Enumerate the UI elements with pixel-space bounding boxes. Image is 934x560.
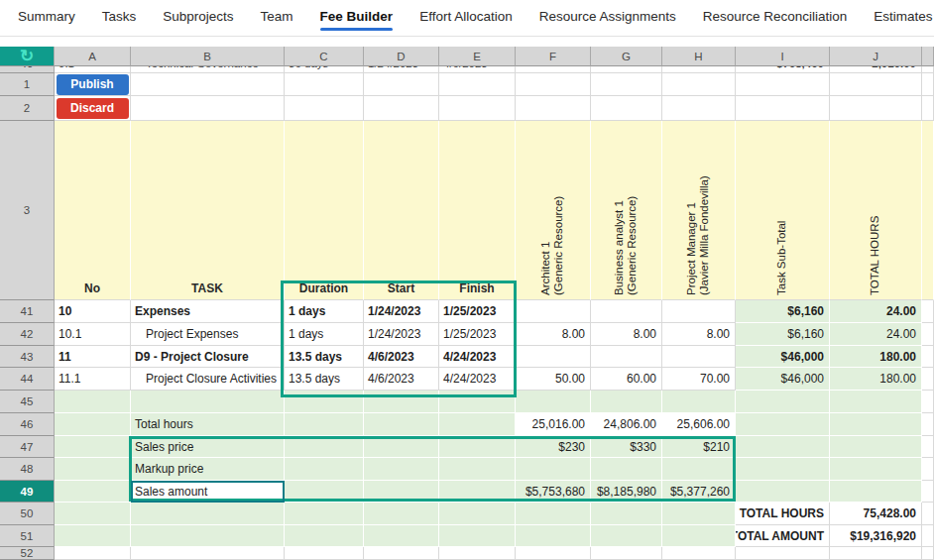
cell-K43[interactable] (922, 346, 934, 368)
cell-F49[interactable]: $5,753,680 (516, 481, 591, 503)
cell-F1[interactable] (516, 73, 591, 96)
cell-K51[interactable] (922, 525, 934, 547)
cell-J3[interactable]: TOTAL HOURS (830, 121, 922, 300)
cell-A41[interactable]: 10 (55, 300, 131, 323)
cell-K46[interactable] (922, 413, 934, 436)
cell-G40[interactable] (591, 66, 662, 73)
cell-H44[interactable]: 70.00 (662, 368, 736, 391)
cell-I52[interactable] (736, 547, 830, 560)
cell-I45[interactable] (736, 391, 830, 413)
cell-G52[interactable] (591, 547, 662, 560)
cell-B43[interactable]: D9 - Project Closure (131, 346, 285, 368)
cell-I46[interactable] (736, 413, 830, 436)
cell-I2[interactable] (736, 96, 830, 121)
row-header-52[interactable]: 52 (0, 547, 55, 560)
cell-H46[interactable]: 25,606.00 (662, 413, 736, 436)
cell-K41[interactable] (922, 300, 934, 323)
cell-C1[interactable] (285, 73, 364, 96)
cell-E40[interactable]: 4/6/2023 (439, 66, 516, 73)
cell-G1[interactable] (591, 73, 662, 96)
col-header-I[interactable]: I (736, 47, 830, 66)
cell-I3[interactable]: Task Sub-Total (736, 121, 830, 300)
cell-E42[interactable]: 1/25/2023 (439, 323, 516, 346)
cell-G51[interactable] (591, 525, 662, 547)
discard-button[interactable]: Discard (57, 98, 129, 119)
row-header-42[interactable]: 42 (0, 323, 55, 346)
cell-E51[interactable] (439, 525, 516, 547)
cell-A45[interactable] (55, 391, 131, 413)
cell-G49[interactable]: $8,185,980 (591, 481, 662, 503)
cell-D47[interactable] (364, 436, 439, 458)
cell-H48[interactable] (662, 458, 736, 481)
publish-button[interactable]: Publish (57, 74, 129, 95)
row-header-48[interactable]: 48 (0, 458, 55, 481)
col-header-F[interactable]: F (516, 47, 591, 66)
cell-F46[interactable]: 25,016.00 (516, 413, 591, 436)
cell-J46[interactable] (830, 413, 922, 436)
cell-D1[interactable] (364, 73, 439, 96)
cell-I48[interactable] (736, 458, 830, 481)
cell-E50[interactable] (439, 503, 516, 525)
row-header-1[interactable]: 1 (0, 73, 55, 96)
cell-F47[interactable]: $230 (516, 436, 591, 458)
col-header-J[interactable]: J (830, 47, 922, 66)
cell-I49[interactable] (736, 481, 830, 503)
cell-C49[interactable] (285, 481, 364, 503)
cell-I43[interactable]: $46,000 (736, 346, 830, 368)
cell-E1[interactable] (439, 73, 516, 96)
cell-E43[interactable]: 4/24/2023 (439, 346, 516, 368)
tab-resource-assignments[interactable]: Resource Assignments (539, 9, 676, 33)
cell-K44[interactable] (922, 368, 934, 391)
col-header-B[interactable]: B (131, 47, 285, 66)
tab-estimates[interactable]: Estimates (874, 9, 932, 33)
cell-E44[interactable]: 4/24/2023 (439, 368, 516, 391)
cell-I50[interactable]: TOTAL HOURS (736, 503, 830, 525)
cell-A3[interactable]: No (55, 121, 131, 300)
cell-C46[interactable] (285, 413, 364, 436)
cell-J2[interactable] (830, 96, 922, 121)
cell-E2[interactable] (439, 96, 516, 121)
col-header-clipped[interactable] (922, 47, 934, 66)
cell-D42[interactable]: 1/24/2023 (364, 323, 439, 346)
cell-D40[interactable]: 1/24/2023 (364, 66, 439, 73)
row-header-50[interactable]: 50 (0, 503, 55, 525)
cell-H2[interactable] (662, 96, 736, 121)
cell-B49[interactable]: Sales amount (131, 481, 285, 503)
cell-K40[interactable] (922, 66, 934, 73)
cell-C3[interactable]: Duration (285, 121, 364, 300)
cell-B42[interactable]: Project Expenses (131, 323, 285, 346)
cell-F2[interactable] (516, 96, 591, 121)
row-header-44[interactable]: 44 (0, 368, 55, 391)
cell-I44[interactable]: $46,000 (736, 368, 830, 391)
cell-K50[interactable] (922, 503, 934, 525)
cell-G46[interactable]: 24,806.00 (591, 413, 662, 436)
cell-K1[interactable] (922, 73, 934, 96)
cell-G43[interactable] (591, 346, 662, 368)
cell-H50[interactable] (662, 503, 736, 525)
row-header-49[interactable]: 49 (0, 481, 55, 503)
col-header-C[interactable]: C (285, 47, 364, 66)
cell-I42[interactable]: $6,160 (736, 323, 830, 346)
cell-K42[interactable] (922, 323, 934, 346)
cell-B1[interactable] (131, 73, 285, 96)
cell-A48[interactable] (55, 458, 131, 481)
cell-K3[interactable] (922, 121, 934, 300)
cell-D3[interactable]: Start (364, 121, 439, 300)
cell-E48[interactable] (439, 458, 516, 481)
cell-E3[interactable]: Finish (439, 121, 516, 300)
cell-B3[interactable]: TASK (131, 121, 285, 300)
row-header-45[interactable]: 45 (0, 391, 55, 413)
tab-subprojects[interactable]: Subprojects (163, 9, 233, 33)
tab-summary[interactable]: Summary (18, 9, 75, 33)
cell-K47[interactable] (922, 436, 934, 458)
cell-F51[interactable] (516, 525, 591, 547)
cell-C52[interactable] (285, 547, 364, 560)
cell-J52[interactable] (830, 547, 922, 560)
cell-I1[interactable] (736, 73, 830, 96)
cell-B46[interactable]: Total hours (131, 413, 285, 436)
cell-E52[interactable] (439, 547, 516, 560)
cell-C47[interactable] (285, 436, 364, 458)
cell-J43[interactable]: 180.00 (830, 346, 922, 368)
cell-F3[interactable]: Architect 1 (Generic Resource) (516, 121, 591, 300)
cell-F42[interactable]: 8.00 (516, 323, 591, 346)
